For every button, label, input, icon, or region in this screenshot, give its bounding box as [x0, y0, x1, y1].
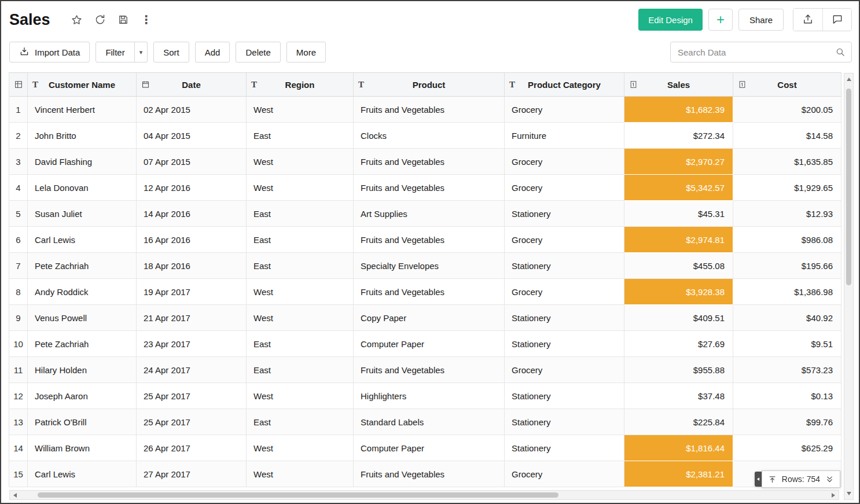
cell-date[interactable]: 14 Apr 2016 — [137, 201, 247, 227]
row-number-cell[interactable]: 11 — [9, 357, 28, 383]
cell-product[interactable]: Highlighters — [354, 383, 505, 409]
cell-cost[interactable]: $14.58 — [733, 123, 841, 149]
cell-product-category[interactable]: Stationery — [505, 383, 624, 409]
filter-dropdown-button[interactable]: ▾ — [135, 42, 148, 62]
row-number-cell[interactable]: 3 — [9, 149, 28, 175]
cell-cost[interactable]: $9.51 — [733, 331, 841, 357]
cell-sales[interactable]: $1,816.44 — [624, 435, 733, 461]
cell-date[interactable]: 23 Apr 2017 — [137, 331, 247, 357]
cell-product-category[interactable]: Stationery — [505, 253, 624, 279]
cell-sales[interactable]: $409.51 — [624, 305, 733, 331]
cell-product[interactable]: Fruits and Vegetables — [354, 357, 505, 383]
cell-date[interactable]: 24 Apr 2017 — [137, 357, 247, 383]
cell-product[interactable]: Fruits and Vegetables — [354, 461, 505, 487]
cell-cost[interactable]: $1,635.85 — [733, 149, 841, 175]
cell-product[interactable]: Fruits and Vegetables — [354, 97, 505, 123]
row-number-cell[interactable]: 2 — [9, 123, 28, 149]
cell-sales[interactable]: $3,928.38 — [624, 279, 733, 305]
cell-cost[interactable]: $625.29 — [733, 435, 841, 461]
cell-product-category[interactable]: Grocery — [505, 279, 624, 305]
cell-cost[interactable]: $1,386.98 — [733, 279, 841, 305]
cell-customer-name[interactable]: Patrick O'Brill — [28, 409, 137, 435]
column-header-cost[interactable]: Cost — [733, 73, 841, 96]
row-number-cell[interactable]: 9 — [9, 305, 28, 331]
cell-product[interactable]: Copy Paper — [354, 305, 505, 331]
cell-cost[interactable]: $40.92 — [733, 305, 841, 331]
cell-customer-name[interactable]: Carl Lewis — [28, 227, 137, 253]
more-button[interactable]: More — [286, 42, 326, 62]
cell-sales[interactable]: $2,974.81 — [624, 227, 733, 253]
vertical-scrollbar[interactable] — [844, 73, 854, 500]
cell-customer-name[interactable]: Pete Zachriah — [28, 253, 137, 279]
row-number-cell[interactable]: 4 — [9, 175, 28, 201]
column-header-sales[interactable]: Sales — [624, 73, 733, 96]
kebab-menu-icon[interactable]: ⋮ — [139, 13, 153, 27]
cell-region[interactable]: East — [247, 123, 354, 149]
delete-button[interactable]: Delete — [236, 42, 280, 62]
cell-cost[interactable]: $1,929.65 — [733, 175, 841, 201]
column-header-region[interactable]: TRegion — [247, 73, 354, 96]
cell-product[interactable]: Fruits and Vegetables — [354, 175, 505, 201]
cell-product-category[interactable]: Stationery — [505, 305, 624, 331]
cell-region[interactable]: West — [247, 305, 354, 331]
vertical-scroll-thumb[interactable] — [846, 89, 851, 285]
cell-region[interactable]: East — [247, 357, 354, 383]
cell-product-category[interactable]: Grocery — [505, 461, 624, 487]
cell-region[interactable]: East — [247, 201, 354, 227]
select-all-corner-cell[interactable] — [9, 73, 28, 96]
cell-cost[interactable]: $12.93 — [733, 201, 841, 227]
column-header-product-category[interactable]: TProduct Category — [505, 73, 624, 96]
cell-sales[interactable]: $45.31 — [624, 201, 733, 227]
row-number-cell[interactable]: 6 — [9, 227, 28, 253]
cell-region[interactable]: East — [247, 253, 354, 279]
cell-product-category[interactable]: Grocery — [505, 357, 624, 383]
cell-product[interactable]: Clocks — [354, 123, 505, 149]
comments-button[interactable] — [822, 9, 851, 31]
row-number-cell[interactable]: 12 — [9, 383, 28, 409]
row-number-cell[interactable]: 15 — [9, 461, 28, 487]
cell-product-category[interactable]: Grocery — [505, 227, 624, 253]
cell-date[interactable]: 04 Apr 2015 — [137, 123, 247, 149]
cell-product-category[interactable]: Stationery — [505, 435, 624, 461]
share-button[interactable]: Share — [738, 9, 784, 31]
row-number-cell[interactable]: 13 — [9, 409, 28, 435]
column-header-date[interactable]: Date — [137, 73, 247, 96]
filter-button[interactable]: Filter — [95, 42, 134, 62]
cell-customer-name[interactable]: Hilary Holden — [28, 357, 137, 383]
cell-sales[interactable]: $225.84 — [624, 409, 733, 435]
cell-date[interactable]: 27 Apr 2017 — [137, 461, 247, 487]
cell-region[interactable]: West — [247, 279, 354, 305]
row-number-cell[interactable]: 7 — [9, 253, 28, 279]
cell-customer-name[interactable]: Vincent Herbert — [28, 97, 137, 123]
cell-region[interactable]: East — [247, 331, 354, 357]
cell-product[interactable]: Fruits and Vegetables — [354, 149, 505, 175]
cell-cost[interactable]: $986.08 — [733, 227, 841, 253]
row-number-cell[interactable]: 1 — [9, 97, 28, 123]
save-icon[interactable] — [116, 13, 130, 27]
cell-region[interactable]: West — [247, 175, 354, 201]
cell-product-category[interactable]: Stationery — [505, 331, 624, 357]
row-number-cell[interactable]: 14 — [9, 435, 28, 461]
cell-product-category[interactable]: Grocery — [505, 97, 624, 123]
cell-customer-name[interactable]: Susan Juliet — [28, 201, 137, 227]
cell-product[interactable]: Fruits and Vegetables — [354, 279, 505, 305]
cell-date[interactable]: 25 Apr 2017 — [137, 409, 247, 435]
cell-cost[interactable]: $200.05 — [733, 97, 841, 123]
cell-date[interactable]: 21 Apr 2017 — [137, 305, 247, 331]
cell-product[interactable]: Art Supplies — [354, 201, 505, 227]
indicator-drag-handle[interactable] — [755, 472, 762, 487]
cell-date[interactable]: 25 Apr 2017 — [137, 383, 247, 409]
cell-cost[interactable]: $0.13 — [733, 383, 841, 409]
cell-product-category[interactable]: Furniture — [505, 123, 624, 149]
cell-product[interactable]: Fruits and Vegetables — [354, 227, 505, 253]
scroll-left-arrow-icon[interactable] — [10, 491, 20, 499]
cell-customer-name[interactable]: Lela Donovan — [28, 175, 137, 201]
cell-sales[interactable]: $27.69 — [624, 331, 733, 357]
cell-date[interactable]: 19 Apr 2017 — [137, 279, 247, 305]
column-header-customer-name[interactable]: TCustomer Name — [28, 73, 137, 96]
cell-cost[interactable]: $195.66 — [733, 253, 841, 279]
cell-product[interactable]: Standard Labels — [354, 409, 505, 435]
cell-sales[interactable]: $272.34 — [624, 123, 733, 149]
cell-product-category[interactable]: Stationery — [505, 409, 624, 435]
cell-product[interactable]: Computer Paper — [354, 331, 505, 357]
